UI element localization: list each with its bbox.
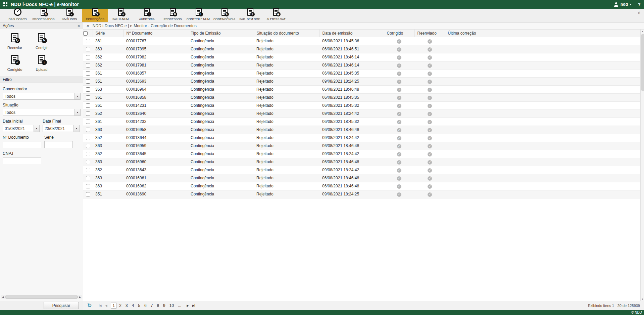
- row-checkbox[interactable]: [86, 184, 90, 188]
- toolbar-item-contingencia[interactable]: ✎CONTINGÊNCIA: [211, 9, 237, 22]
- page-3[interactable]: 3: [124, 303, 130, 308]
- data-final-input[interactable]: [43, 125, 73, 132]
- table-vertical-scrollbar[interactable]: ▲ ▼: [640, 30, 644, 301]
- scroll-right-icon[interactable]: ▶: [78, 296, 82, 299]
- concentrador-caret-icon[interactable]: ▾: [75, 93, 80, 99]
- toolbar-item-processados[interactable]: ⚙PROCESSADOS: [31, 9, 56, 22]
- toolbar-item-dashboard[interactable]: DASHBOARD: [5, 9, 31, 22]
- toolbar-item-alertas-sat[interactable]: ◉ALERTAS SAT: [263, 9, 289, 22]
- row-checkbox[interactable]: [86, 39, 90, 43]
- search-button[interactable]: Pesquisar: [44, 302, 79, 309]
- data-final-picker[interactable]: ▾: [43, 125, 80, 132]
- toolbar-item-pag-sem-doc[interactable]: $PAG. SEM DOC.: [237, 9, 263, 22]
- column-header-ultima-correcao[interactable]: Última correção: [445, 30, 640, 37]
- page-8[interactable]: 8: [155, 303, 161, 308]
- scroll-down-icon[interactable]: ▼: [641, 298, 644, 300]
- toolbar-item-invalidos[interactable]: ×INVÁLIDOS: [56, 9, 82, 22]
- page-7[interactable]: 7: [149, 303, 155, 308]
- column-header-reenviado[interactable]: Reenviado: [414, 30, 445, 37]
- data-final-caret-icon[interactable]: ▾: [73, 125, 79, 132]
- page-2[interactable]: 2: [117, 303, 123, 308]
- help-icon[interactable]: ?: [638, 2, 641, 7]
- page-1[interactable]: 1: [111, 303, 117, 309]
- row-checkbox[interactable]: [86, 176, 90, 180]
- row-checkbox[interactable]: [86, 87, 90, 92]
- toolbar-item-auditoria[interactable]: iAUDITORIA: [134, 9, 160, 22]
- column-header-corrigido[interactable]: Corrigido: [384, 30, 414, 37]
- scroll-left-icon[interactable]: ◀: [1, 296, 5, 299]
- concentrador-dropdown[interactable]: Todos ▾: [3, 93, 81, 100]
- table-row[interactable]: 363000017895ContingênciaRejeitado06/08/2…: [83, 45, 640, 53]
- toolbar-item-controle-num[interactable]: !CONTROLE NUM.: [186, 9, 211, 22]
- table-row[interactable]: 361000016857ContingênciaRejeitado06/08/2…: [83, 69, 640, 77]
- scrollbar-thumb[interactable]: [5, 296, 78, 299]
- column-header-n-documento[interactable]: Nº Documento: [123, 30, 188, 37]
- serie-input[interactable]: [44, 141, 73, 148]
- situacao-caret-icon[interactable]: ▾: [75, 109, 80, 116]
- table-row[interactable]: 363000016958ContingênciaRejeitado06/08/2…: [83, 126, 640, 134]
- table-row[interactable]: 362000017981ContingênciaRejeitado06/08/2…: [83, 61, 640, 69]
- row-checkbox[interactable]: [86, 47, 90, 51]
- row-checkbox[interactable]: [86, 103, 90, 108]
- column-header-situacao-do-documento[interactable]: Situação do documento: [254, 30, 319, 37]
- action-reenviar[interactable]: ↻Reenviar: [1, 33, 28, 50]
- table-row[interactable]: 352000013643ContingênciaRejeitado09/08/2…: [83, 166, 640, 174]
- table-row[interactable]: 351000013690ContingênciaRejeitado09/08/2…: [83, 190, 640, 198]
- data-inicial-picker[interactable]: ▾: [3, 125, 40, 132]
- table-row[interactable]: 363000016962ContingênciaRejeitado06/08/2…: [83, 182, 640, 190]
- table-row[interactable]: 362000017982ContingênciaRejeitado06/08/2…: [83, 53, 640, 61]
- action-upload[interactable]: ↑Upload: [28, 54, 55, 72]
- page-6[interactable]: 6: [143, 303, 148, 308]
- row-checkbox[interactable]: [86, 63, 90, 68]
- page-5[interactable]: 5: [136, 303, 142, 308]
- scroll-up-icon[interactable]: ▲: [641, 30, 644, 33]
- column-header-tipo-de-emissao[interactable]: Tipo de Emissão: [188, 30, 254, 37]
- row-checkbox[interactable]: [86, 136, 90, 140]
- row-checkbox[interactable]: [86, 111, 90, 116]
- column-header-data-de-emissao[interactable]: Data de emissão: [319, 30, 384, 37]
- data-inicial-input[interactable]: [3, 125, 34, 132]
- table-row[interactable]: 352000013640ContingênciaRejeitado09/08/2…: [83, 109, 640, 118]
- app-grid-icon[interactable]: [3, 2, 7, 6]
- first-page-icon[interactable]: |◀: [97, 304, 102, 307]
- user-menu-caret-icon[interactable]: ▾: [630, 3, 631, 6]
- page-4[interactable]: 4: [130, 303, 136, 308]
- toolbar-item-falha-num[interactable]: #FALHA NUM.: [108, 9, 134, 22]
- user-name[interactable]: ndd: [621, 2, 628, 7]
- row-checkbox[interactable]: [86, 95, 90, 100]
- select-all-checkbox[interactable]: [83, 31, 88, 36]
- page-9[interactable]: 9: [161, 303, 167, 308]
- next-page-icon[interactable]: ▶: [185, 304, 190, 307]
- prev-page-icon[interactable]: ◀: [104, 304, 108, 307]
- table-row[interactable]: 351000013693ContingênciaRejeitado09/08/2…: [83, 77, 640, 85]
- table-row[interactable]: 352000013645ContingênciaRejeitado09/08/2…: [83, 150, 640, 158]
- row-checkbox[interactable]: [86, 168, 90, 172]
- row-checkbox[interactable]: [86, 192, 90, 196]
- row-checkbox[interactable]: [86, 152, 90, 156]
- action-corrigido[interactable]: ✓Corrigido: [1, 54, 28, 72]
- row-checkbox[interactable]: [86, 128, 90, 132]
- row-checkbox[interactable]: [86, 144, 90, 148]
- row-checkbox[interactable]: [86, 55, 90, 59]
- refresh-icon[interactable]: ↻: [87, 303, 92, 308]
- page-10[interactable]: 10: [168, 303, 176, 308]
- num-documento-input[interactable]: [3, 141, 41, 148]
- table-row[interactable]: 361000014232ContingênciaRejeitado06/08/2…: [83, 118, 640, 126]
- toolbar-collapse-icon[interactable]: «: [637, 11, 642, 14]
- sidebar-collapse-icon[interactable]: «: [87, 24, 89, 28]
- column-header-serie[interactable]: Série: [93, 30, 123, 37]
- cnpj-input[interactable]: [3, 157, 41, 164]
- row-checkbox[interactable]: [86, 160, 90, 164]
- table-row[interactable]: 361000016858ContingênciaRejeitado06/08/2…: [83, 93, 640, 101]
- sidebar-horizontal-scrollbar[interactable]: ◀ ▶: [1, 295, 82, 299]
- scrollbar-thumb[interactable]: [641, 34, 644, 91]
- data-inicial-caret-icon[interactable]: ▾: [34, 125, 39, 132]
- situacao-dropdown[interactable]: Todos ▾: [3, 109, 81, 116]
- row-checkbox[interactable]: [86, 71, 90, 76]
- toolbar-item-processos[interactable]: ⚙PROCESSOS: [160, 9, 186, 22]
- actions-collapse-icon[interactable]: «: [77, 25, 81, 27]
- toolbar-item-correcoes[interactable]: ✎CORREÇÕES: [82, 9, 108, 22]
- table-row[interactable]: 363000016964ContingênciaRejeitado06/08/2…: [83, 85, 640, 93]
- table-row[interactable]: 363000016961ContingênciaRejeitado06/08/2…: [83, 174, 640, 182]
- table-row[interactable]: 361000017767ContingênciaRejeitado06/08/2…: [83, 37, 640, 45]
